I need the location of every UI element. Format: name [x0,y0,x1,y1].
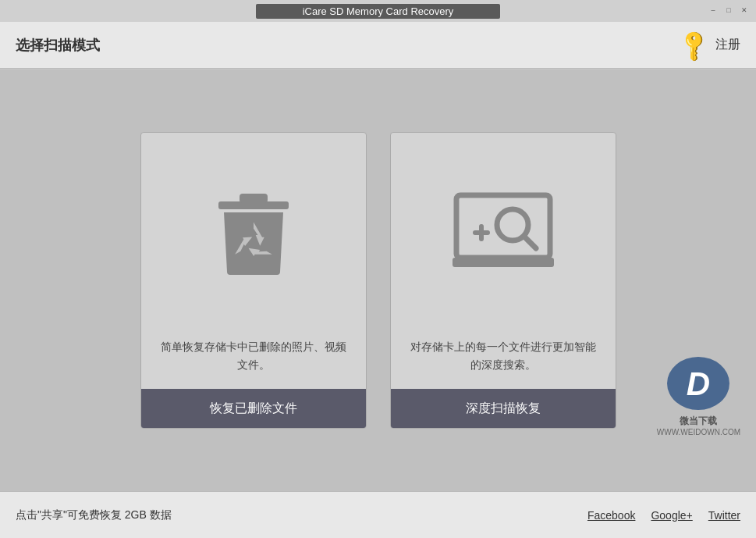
svg-text:D: D [687,365,710,402]
title-bar: iCare SD Memory Card Recovery – □ ✕ [0,0,756,22]
card-description-deleted: 简单恢复存储卡中已删除的照片、视频文件。 [141,338,366,389]
window-controls[interactable]: – □ ✕ [708,5,750,16]
svg-line-7 [524,237,536,248]
deep-scan-card[interactable]: 对存储卡上的每一个文件进行更加智能的深度搜索。 深度扫描恢复 [390,132,616,429]
laptop-search-icon [449,180,558,292]
deep-scan-button[interactable]: 深度扫描恢复 [391,389,616,428]
key-icon: 🔑 [675,26,712,63]
footer: 点击"共享"可免费恢复 2GB 数据 Facebook Google+ Twit… [0,491,756,538]
svg-rect-3 [453,258,554,267]
card-icon-area-deep [449,133,558,338]
deleted-files-card[interactable]: 简单恢复存储卡中已删除的照片、视频文件。 恢复已删除文件 [140,132,367,429]
header: 选择扫描模式 🔑 注册 [0,22,756,69]
brand-url: WWW.WEIDOWN.COM [657,428,740,436]
google-plus-link[interactable]: Google+ [651,509,692,522]
footer-links: Facebook Google+ Twitter [587,509,740,522]
minimize-button[interactable]: – [708,5,719,16]
twitter-link[interactable]: Twitter [708,509,740,522]
brand-name: 微当下载 [657,415,740,428]
app-title: iCare SD Memory Card Recovery [256,4,501,19]
watermark: D 微当下载 WWW.WEIDOWN.COM [657,355,740,436]
svg-rect-1 [240,194,268,203]
share-text: 点击"共享"可免费恢复 2GB 数据 [16,508,587,522]
maximize-button[interactable]: □ [723,5,734,16]
page-title: 选择扫描模式 [16,36,100,55]
deleted-files-button[interactable]: 恢复已删除文件 [141,389,366,428]
card-description-deep: 对存储卡上的每一个文件进行更加智能的深度搜索。 [391,338,616,389]
header-right: 🔑 注册 [680,32,740,58]
close-button[interactable]: ✕ [739,5,750,16]
facebook-link[interactable]: Facebook [587,509,635,522]
register-button[interactable]: 注册 [715,37,740,53]
recycle-bin-icon [199,180,308,292]
brand-logo-icon: D [665,355,732,413]
main-area: 简单恢复存储卡中已删除的照片、视频文件。 恢复已删除文件 对 [0,69,756,491]
card-icon-area-deleted [199,133,308,338]
